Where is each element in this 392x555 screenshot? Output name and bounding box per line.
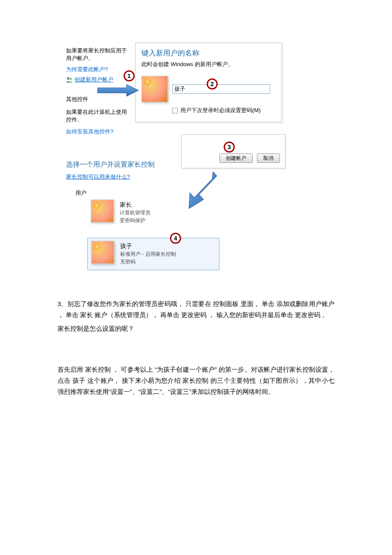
svg-point-0 [67, 77, 69, 80]
avatar [141, 76, 168, 102]
avatar [91, 241, 114, 264]
intro-text-1: 如果要将家长控制应用于 [66, 47, 143, 55]
people-icon [66, 76, 73, 83]
checkbox-icon[interactable] [172, 108, 178, 113]
select-user-heading: 选择一个用户并设置家长控制 [66, 160, 155, 169]
step-badge-1: 1 [124, 70, 135, 81]
what-can-parental-do-link[interactable]: 家长控制可以用来做什么? [66, 173, 130, 181]
svg-point-1 [70, 78, 72, 80]
user-info: 家长 计算机管理员 受密码保护 [120, 199, 150, 224]
checkbox-label: 用户下次登录时必须设置密码(M) [180, 107, 261, 114]
user-tile-child[interactable]: 孩子 标准用户 - 启用家长控制 无密码 [87, 238, 219, 270]
step-badge-4: 4 [170, 233, 181, 244]
arrow-icon [187, 170, 222, 212]
user-name: 孩子 [120, 243, 176, 250]
user-info: 孩子 标准用户 - 启用家长控制 无密码 [120, 241, 176, 266]
cancel-button[interactable]: 取消 [257, 153, 280, 163]
user-password-status: 受密码保护 [120, 217, 150, 224]
create-account-button[interactable]: 创建帐户 [219, 153, 253, 163]
step-badge-3: 3 [224, 142, 235, 153]
if-text-2: 控件。 [66, 116, 143, 124]
dialog-subtitle: 此时会创建 Windows 的新用户帐户。 [141, 61, 276, 68]
avatar [91, 199, 114, 223]
dialog-buttons-box: 创建帐户 取消 [181, 134, 285, 168]
user-name: 家长 [120, 201, 150, 209]
paragraph-how-heading: 家长控制是怎么设置的呢？ [58, 323, 334, 334]
how-install-link[interactable]: 如何安装其他控件? [66, 128, 143, 136]
create-new-account-link[interactable]: 创建新用户帐户 [75, 76, 113, 84]
step-badge-2: 2 [207, 78, 218, 90]
paragraph-step3: 3、别忘了修改您作为家长的管理员密码哦， 只需要在 控制面板 里面， 单击 添加… [58, 298, 334, 321]
arrow-icon [97, 84, 139, 97]
if-text-1: 如果要在此计算机上使用 [66, 108, 143, 116]
tutorial-screenshot-composite: 如果要将家长控制应用于 用户帐户。 为何需要此帐户? 创建新用户帐户 其他控件 … [58, 43, 279, 281]
users-label: 用户 [75, 189, 86, 197]
user-password-status: 无密码 [120, 258, 176, 266]
username-input[interactable] [172, 84, 270, 94]
dialog-title: 键入新用户的名称 [141, 48, 276, 58]
intro-text-2: 用户帐户。 [66, 55, 143, 62]
user-role: 标准用户 - 启用家长控制 [120, 251, 176, 258]
paragraph-enable-parental: 首先启用 家长控制 ， 可参考以上 “为孩子创建一个账户” 的第一步。对该帐户进… [58, 364, 334, 397]
password-required-checkbox-row[interactable]: 用户下次登录时必须设置密码(M) [172, 107, 276, 114]
user-role: 计算机管理员 [120, 209, 150, 217]
